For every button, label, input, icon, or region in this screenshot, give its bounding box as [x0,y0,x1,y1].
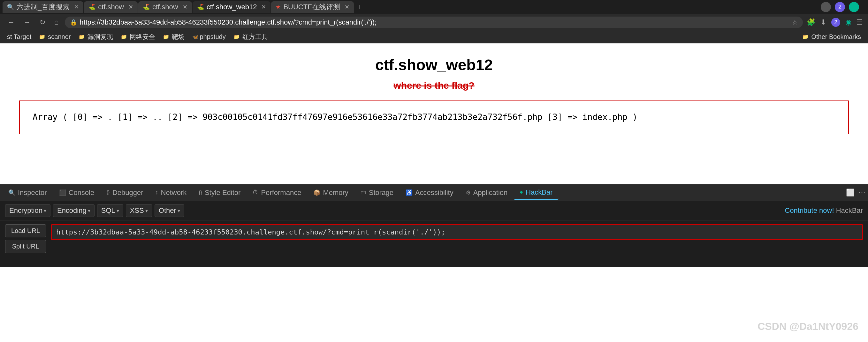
browser-chrome: 🔍 六进制_百度搜索 ✕ ⛳ ctf.show ✕ ⛳ ctf.show ✕ ⛳… [0,0,868,43]
dt-tab-style-editor[interactable]: {} Style Editor [193,186,246,199]
bm-redtools-label: 红方工具 [242,33,268,41]
bm-target-label: st Target [7,33,31,40]
other-arrow: ▾ [178,208,180,214]
menu-other[interactable]: Other ▾ [155,204,184,217]
menu-encryption[interactable]: Encryption ▾ [5,204,51,217]
dt-tab-network[interactable]: ↕ Network [150,186,192,199]
tab-bar: 🔍 六进制_百度搜索 ✕ ⛳ ctf.show ✕ ⛳ ctf.show ✕ ⛳… [0,0,868,14]
debugger-icon: {} [106,190,110,196]
address-actions: 🧩 ⬇ 2 ◉ ☰ [807,18,863,27]
memory-icon: 📦 [313,189,320,196]
dt-responsive-icon[interactable]: ⬜ [846,189,855,197]
contribute-now[interactable]: Contribute now! HackBar [785,206,863,215]
bm-phpstudy[interactable]: 🦋 phpstudy [189,32,229,42]
hackbar-url-input[interactable] [51,224,863,240]
accessibility-icon: ♿ [406,189,413,196]
dt-tab-hackbar[interactable]: ● HackBar [514,186,558,200]
dt-tab-storage[interactable]: 🗃 Storage [355,186,399,199]
tab-close-ctf1[interactable]: ✕ [128,3,133,10]
split-url-button[interactable]: Split URL [5,240,46,253]
xss-arrow: ▾ [145,208,148,214]
dt-tab-debugger[interactable]: {} Debugger [101,186,149,199]
dt-tab-network-label: Network [161,189,187,197]
bm-phpstudy-label: phpstudy [200,33,226,40]
tab-ctf2[interactable]: ⛳ ctf.show ✕ [138,1,192,13]
tab-ctf3[interactable]: ⛳ ctf.show_web12 ✕ [192,1,271,13]
tab-label-ctf2: ctf.show [152,3,178,11]
load-url-button[interactable]: Load URL [5,224,46,237]
browser-right-controls: 2 [821,2,865,12]
extensions-icon[interactable]: 🧩 [807,18,815,27]
hackbar-icon: ● [520,189,523,196]
tab-label-buuctf: BUUCTF在线评测 [283,2,340,12]
tab-favicon-ctf3: ⛳ [197,3,204,10]
profile-circle-gray[interactable] [821,2,831,12]
dt-tab-performance[interactable]: ⏱ Performance [247,186,307,199]
ext-icon[interactable]: ◉ [845,18,851,27]
bm-other[interactable]: Other Bookmarks [799,32,864,42]
bm-vuln[interactable]: 漏洞复现 [75,31,116,42]
tab-favicon-ctf1: ⛳ [89,3,95,10]
tab-buuctf[interactable]: ★ BUUCTF在线评测 ✕ [271,1,353,13]
bm-phpstudy-icon: 🦋 [192,34,199,40]
dt-tab-memory[interactable]: 📦 Memory [308,186,354,199]
tab-ctf1[interactable]: ⛳ ctf.show ✕ [84,1,137,13]
bm-target2-label: 靶场 [172,33,185,41]
new-tab-button[interactable]: + [354,3,365,11]
menu-sql[interactable]: SQL ▾ [97,204,123,217]
menu-xss[interactable]: XSS ▾ [126,204,152,217]
bm-redtools[interactable]: 红方工具 [230,31,271,42]
dt-tab-application[interactable]: ⚙ Application [460,186,514,199]
refresh-button[interactable]: ↻ [37,17,48,28]
dt-tab-console[interactable]: ⬛ Console [53,186,100,199]
dt-tab-accessibility[interactable]: ♿ Accessibility [400,186,459,199]
tab-label: 六进制_百度搜索 [17,2,70,12]
console-icon: ⬛ [59,189,66,196]
home-button[interactable]: ⌂ [52,17,61,28]
dt-tab-style-label: Style Editor [205,189,241,197]
profile-badge[interactable]: 2 [831,18,840,27]
tab-close-baidu[interactable]: ✕ [74,3,79,10]
encryption-arrow: ▾ [44,208,46,214]
url-box[interactable]: 🔒 https://3b32dbaa-5a33-49dd-ab58-46233f… [65,16,803,28]
download-icon[interactable]: ⬇ [820,18,826,27]
address-bar: ← → ↻ ⌂ 🔒 https://3b32dbaa-5a33-49dd-ab5… [0,14,868,31]
page-subtitle: where is the flag? [19,80,849,91]
network-icon: ↕ [156,189,158,196]
page-title: ctf.show_web12 [19,56,849,74]
devtools-tab-bar: 🔍 Inspector ⬛ Console {} Debugger ↕ Netw… [0,184,868,201]
profile-circle-ext[interactable] [849,2,859,12]
dt-tab-inspector[interactable]: 🔍 Inspector [3,186,53,199]
tab-baidu[interactable]: 🔍 六进制_百度搜索 ✕ [3,1,83,13]
encoding-arrow: ▾ [88,208,90,214]
back-button[interactable]: ← [5,17,17,28]
contribute-hackbar: HackBar [836,206,863,214]
bm-scanner[interactable]: scanner [36,32,74,42]
star-icon[interactable]: ☆ [792,19,798,26]
profile-circle-purple[interactable]: 2 [835,2,845,12]
tab-label-ctf3: ctf.show_web12 [207,3,257,11]
dt-tab-inspector-label: Inspector [18,189,47,197]
tab-close-ctf3[interactable]: ✕ [261,3,266,10]
forward-button[interactable]: → [21,17,33,28]
bookmarks-bar: st Target scanner 漏洞复现 网络安全 靶场 🦋 phpstud… [0,31,868,43]
tab-close-buuctf[interactable]: ✕ [345,3,349,10]
tab-close-ctf2[interactable]: ✕ [183,3,187,10]
menu-encoding[interactable]: Encoding ▾ [53,204,95,217]
bm-target[interactable]: st Target [4,32,34,42]
inspector-icon: 🔍 [8,189,15,196]
bm-target2[interactable]: 靶场 [160,31,188,42]
bm-security[interactable]: 网络安全 [118,31,158,42]
watermark: CSDN @Da1NtY0926 [757,320,859,333]
menu-icon[interactable]: ☰ [857,18,863,27]
hackbar-panel: Encryption ▾ Encoding ▾ SQL ▾ XSS ▾ Othe… [0,201,868,267]
sql-arrow: ▾ [117,208,119,214]
dt-more-icon[interactable]: ⋯ [859,189,865,197]
encoding-label: Encoding [57,206,87,215]
xss-label: XSS [130,206,144,215]
dt-tab-console-label: Console [69,189,95,197]
bm-scanner-label: scanner [48,33,70,40]
output-box: Array ( [0] => . [1] => .. [2] => 903c00… [19,101,849,134]
hackbar-toolbar: Encryption ▾ Encoding ▾ SQL ▾ XSS ▾ Othe… [0,201,868,220]
performance-icon: ⏱ [253,189,258,196]
